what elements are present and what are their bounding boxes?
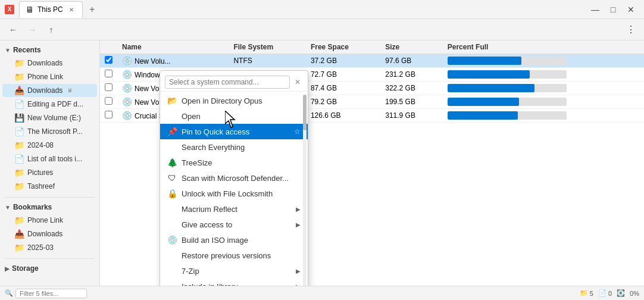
row-extra <box>214 54 229 68</box>
col-checkbox <box>100 40 117 54</box>
row-pct <box>443 54 644 68</box>
recents-label: Recents <box>13 46 41 54</box>
folder-icon: 📁 <box>14 243 24 252</box>
sidebar-item-downloads1[interactable]: 📁 Downloads <box>2 57 97 70</box>
row-checkbox[interactable] <box>100 68 117 82</box>
menu-item-defender[interactable]: 🛡 Scan with Microsoft Defender... <box>160 170 308 186</box>
sidebar-item-tashreef[interactable]: 📁 Tashreef <box>2 180 97 193</box>
folder-icon: 📁 <box>14 168 24 177</box>
context-search-input[interactable] <box>165 76 290 89</box>
row-checkbox[interactable] <box>100 54 117 68</box>
sidebar-item-tools[interactable]: 📄 List of all tools i... <box>2 152 97 165</box>
folder-icon: 📁 <box>14 215 24 225</box>
close-button[interactable]: ✕ <box>623 1 639 18</box>
menu-item-label: 7-Zip <box>182 267 291 276</box>
sidebar-item-bk-2025[interactable]: 📁 2025-03 <box>2 241 97 254</box>
new-tab-button[interactable]: + <box>85 2 99 17</box>
table-row[interactable]: 💿New Volu... NTFS 37.2 GB 97.6 GB <box>100 54 644 68</box>
iso-icon: 💿 <box>167 235 177 245</box>
menu-item-open[interactable]: Open <box>160 108 308 124</box>
main-tab[interactable]: 🖥 This PC ✕ <box>19 1 83 18</box>
shield-icon: 🛡 <box>167 173 177 183</box>
sidebar-item-volume-e[interactable]: 💾 New Volume (E:) <box>2 111 97 124</box>
bookmarks-section: ▼ Bookmarks 📁 Phone Link 📥 Downloads 📁 2… <box>0 200 99 256</box>
menu-item-iso[interactable]: 💿 Build an ISO image <box>160 232 308 248</box>
sidebar-divider2 <box>5 258 95 259</box>
sidebar-item-bk-phone[interactable]: 📁 Phone Link <box>2 214 97 227</box>
minimize-button[interactable]: — <box>587 1 604 18</box>
context-menu-search: ✕ <box>160 73 308 92</box>
progress-bar-container <box>448 98 567 106</box>
row-size: 199.5 GB <box>380 95 442 109</box>
drive-icon: 💿 <box>122 111 132 120</box>
progress-bar-fill <box>448 98 519 106</box>
sidebar-item-2024-08[interactable]: 📁 2024-08 <box>2 139 97 152</box>
menu-item-label: Macrium Reflect <box>182 205 291 214</box>
drive-icon: 💾 <box>14 113 24 123</box>
row-checkbox[interactable] <box>100 82 117 95</box>
col-fs[interactable]: File System <box>229 40 306 54</box>
menu-item-open-opus[interactable]: 📂 Open in Directory Opus <box>160 93 308 108</box>
sidebar-item-pictures[interactable]: 📁 Pictures <box>2 166 97 179</box>
menu-item-restore[interactable]: Restore previous versions <box>160 248 308 263</box>
menu-item-pin[interactable]: 📌 Pin to Quick access ☆ <box>160 124 308 139</box>
menu-item-locksmith[interactable]: 🔒 Unlock with File Locksmith <box>160 186 308 201</box>
small-icon: 🖥 <box>67 88 73 93</box>
macrium-icon <box>167 204 177 214</box>
menu-item-macrium[interactable]: Macrium Reflect ▶ <box>160 201 308 217</box>
sidebar-item-phonelink[interactable]: 📁 Phone Link <box>2 70 97 83</box>
menu-item-label: Unlock with File Locksmith <box>182 189 301 198</box>
menu-item-label: Open <box>182 112 301 121</box>
row-checkbox[interactable] <box>100 95 117 109</box>
col-free[interactable]: Free Space <box>306 40 380 54</box>
menu-item-give-access[interactable]: Give access to ▶ <box>160 217 308 232</box>
access-icon <box>167 220 177 229</box>
status-bar: 🔍 📁 5 📄 0 💽 0% <box>0 286 644 300</box>
tab-bar: 🖥 This PC ✕ + <box>19 1 584 18</box>
col-size[interactable]: Size <box>380 40 442 54</box>
submenu-arrow: ▶ <box>296 221 301 228</box>
context-menu-scrollbar[interactable] <box>303 95 307 286</box>
forward-button[interactable]: → <box>24 21 40 38</box>
doc-icon: 📄 <box>14 99 24 109</box>
menu-item-label: Include in library <box>182 282 291 286</box>
more-button[interactable]: ⋮ <box>623 21 639 38</box>
row-pct <box>443 95 644 109</box>
menu-item-7zip[interactable]: 7-Zip ▶ <box>160 263 308 279</box>
zero-count: 0 <box>608 290 612 297</box>
row-free: 37.2 GB <box>306 54 380 68</box>
menu-item-label: Pin to Quick access <box>182 127 289 136</box>
col-pct[interactable]: Percent Full <box>443 40 644 54</box>
sidebar-item-downloads2[interactable]: 📥 Downloads 🖥 <box>2 84 97 97</box>
row-pct <box>443 82 644 95</box>
col-name[interactable]: Name <box>117 40 214 54</box>
sidebar-item-bk-downloads[interactable]: 📥 Downloads <box>2 227 97 240</box>
menu-item-treesize[interactable]: 🌲 TreeSize <box>160 155 308 170</box>
recents-header[interactable]: ▼ Recents <box>0 44 99 56</box>
filter-input[interactable] <box>15 289 87 298</box>
maximize-button[interactable]: □ <box>605 1 621 18</box>
row-checkbox[interactable] <box>100 109 117 123</box>
menu-item-search[interactable]: Search Everything <box>160 139 308 155</box>
folder-icon: 📁 <box>14 182 24 191</box>
tab-close-button[interactable]: ✕ <box>67 5 76 14</box>
storage-header[interactable]: ▶ Storage <box>0 262 99 274</box>
bookmarks-header[interactable]: ▼ Bookmarks <box>0 201 99 213</box>
menu-item-label: Open in Directory Opus <box>182 96 301 105</box>
folder-icon: 📁 <box>14 72 24 82</box>
sidebar-item-microsoft[interactable]: 📄 The Microsoft P... <box>2 125 97 138</box>
up-button[interactable]: ↑ <box>43 21 60 38</box>
menu-item-library[interactable]: Include in library ▶ <box>160 279 308 286</box>
folder-icon: 📁 <box>14 140 24 150</box>
back-button[interactable]: ← <box>5 21 21 38</box>
sidebar-item-label: 2024-08 <box>27 141 54 149</box>
progress-bar-fill <box>448 84 534 92</box>
recents-section: ▼ Recents 📁 Downloads 📁 Phone Link 📥 Dow… <box>0 43 99 195</box>
progress-bar-fill <box>448 70 530 79</box>
context-menu-scroll-thumb <box>303 95 307 130</box>
sidebar-item-pdf[interactable]: 📄 Editing a PDF d... <box>2 98 97 111</box>
search-icon <box>167 142 177 152</box>
bookmarks-chevron: ▼ <box>5 204 11 211</box>
context-search-clear[interactable]: ✕ <box>292 77 303 88</box>
row-size: 322.2 GB <box>380 82 442 95</box>
